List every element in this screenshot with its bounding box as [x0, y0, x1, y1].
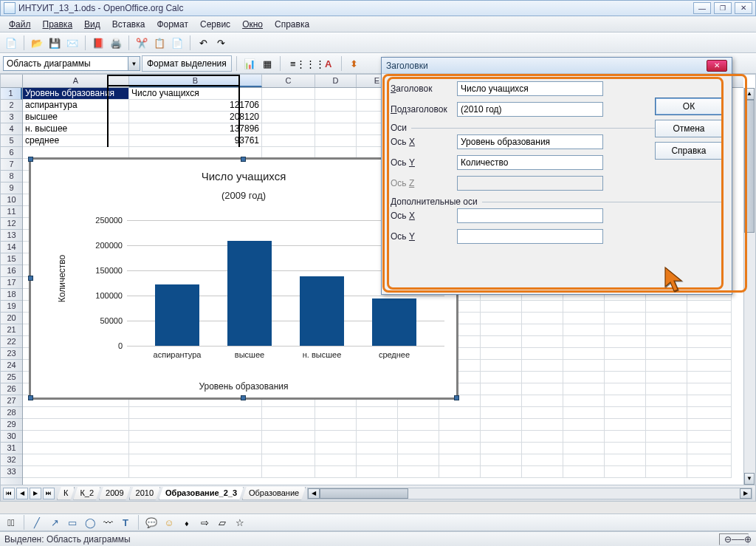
cell[interactable] [398, 407, 439, 419]
cell[interactable] [439, 407, 481, 419]
sheet-tab[interactable]: К_2 [73, 487, 100, 500]
cell[interactable] [357, 443, 398, 454]
cell[interactable] [522, 395, 563, 407]
cell[interactable] [605, 419, 646, 431]
cell[interactable] [23, 431, 129, 443]
scroll-right-button[interactable]: ▶ [740, 488, 752, 499]
cell[interactable] [687, 313, 732, 324]
cell[interactable] [605, 301, 646, 313]
cell[interactable] [605, 348, 646, 360]
cell[interactable] [605, 336, 646, 348]
cancel-button[interactable]: Отмена [655, 120, 723, 137]
hscroll-thumb[interactable] [320, 488, 408, 499]
row-header[interactable]: 14 [1, 242, 22, 253]
cell[interactable]: 137896 [129, 123, 262, 135]
cell[interactable] [481, 372, 522, 383]
cell[interactable] [315, 454, 357, 466]
subtitle-input[interactable] [457, 102, 603, 117]
cell[interactable] [481, 454, 522, 466]
row-header[interactable]: 22 [1, 336, 22, 348]
sheet-tab[interactable]: Образование [242, 487, 306, 500]
cell[interactable] [563, 336, 605, 348]
cell[interactable] [646, 431, 687, 443]
legend-button[interactable]: A [320, 55, 337, 72]
undo-button[interactable]: ↶ [195, 35, 211, 51]
cell[interactable] [23, 443, 129, 454]
cell[interactable] [129, 419, 262, 431]
cell[interactable]: 93761 [129, 135, 262, 147]
cell[interactable] [687, 407, 732, 419]
cell[interactable] [605, 454, 646, 466]
cell[interactable] [23, 147, 129, 159]
cell[interactable] [687, 431, 732, 443]
cell[interactable] [563, 360, 605, 372]
cell[interactable] [357, 466, 398, 478]
dialog-titlebar[interactable]: Заголовки ✕ [382, 58, 732, 74]
column-header[interactable]: B [129, 75, 262, 87]
cell[interactable] [687, 336, 732, 348]
paste-button[interactable]: 📄 [169, 35, 185, 51]
cell[interactable] [481, 313, 522, 324]
scroll-left-button[interactable]: ◀ [308, 488, 320, 499]
cell[interactable] [563, 313, 605, 324]
row-header[interactable]: 16 [1, 265, 22, 277]
cell[interactable] [605, 383, 646, 395]
cell[interactable] [563, 324, 605, 336]
cell[interactable] [481, 301, 522, 313]
horizontal-scrollbar[interactable]: ◀ ▶ [307, 488, 752, 499]
text-tool-button[interactable]: T [117, 514, 134, 530]
cell[interactable] [439, 454, 481, 466]
axis-x-input[interactable] [457, 134, 603, 149]
row-header[interactable]: 23 [1, 348, 22, 360]
cell[interactable]: н. высшее [23, 123, 129, 135]
cell[interactable] [646, 466, 687, 478]
cell[interactable] [398, 431, 439, 443]
row-header[interactable]: 13 [1, 230, 22, 242]
cell[interactable] [563, 372, 605, 383]
row-header[interactable]: 25 [1, 372, 22, 383]
menu-file[interactable]: Файл [3, 18, 37, 31]
ellipse-tool-button[interactable]: ◯ [82, 514, 98, 530]
cell[interactable] [563, 301, 605, 313]
tab-prev-button[interactable]: ◀ [16, 488, 28, 499]
axis-y-input[interactable] [457, 155, 603, 170]
cell[interactable] [481, 336, 522, 348]
sheet-tab[interactable]: 2009 [99, 487, 130, 500]
help-button[interactable]: Справка [655, 142, 723, 160]
cell[interactable] [23, 419, 129, 431]
cell[interactable] [315, 100, 357, 112]
cell[interactable] [357, 454, 398, 466]
cell[interactable] [646, 313, 687, 324]
cell[interactable] [315, 147, 357, 159]
cell[interactable] [522, 336, 563, 348]
column-header[interactable]: C [262, 75, 315, 87]
resize-handle[interactable] [28, 395, 33, 400]
cell[interactable] [646, 407, 687, 419]
row-header[interactable]: 12 [1, 218, 22, 230]
cell[interactable] [481, 383, 522, 395]
cell[interactable] [563, 348, 605, 360]
tab-first-button[interactable]: ⏮ [3, 488, 15, 499]
dropdown-arrow-icon[interactable]: ▼ [128, 57, 140, 70]
flowcharts-button[interactable]: ▱ [214, 514, 230, 530]
basic-shapes-button[interactable]: ☺ [161, 514, 177, 530]
chart-bar[interactable] [155, 284, 199, 346]
cell[interactable] [687, 383, 732, 395]
resize-handle[interactable] [241, 157, 246, 162]
row-header[interactable]: 18 [1, 289, 22, 301]
open-button[interactable]: 📂 [29, 35, 45, 51]
cell[interactable] [605, 443, 646, 454]
scroll-down-button[interactable]: ▼ [744, 473, 755, 485]
chart-data-button[interactable]: ▦ [259, 55, 275, 72]
cell[interactable] [262, 407, 315, 419]
cell[interactable] [262, 100, 315, 112]
cell[interactable] [646, 383, 687, 395]
cell[interactable] [481, 407, 522, 419]
cell[interactable] [262, 123, 315, 135]
cell[interactable] [646, 454, 687, 466]
cell[interactable] [398, 419, 439, 431]
cell[interactable] [315, 419, 357, 431]
cell[interactable]: аспирантура [23, 100, 129, 112]
chart-element-name[interactable] [4, 57, 128, 70]
row-header[interactable]: 30 [1, 431, 22, 443]
